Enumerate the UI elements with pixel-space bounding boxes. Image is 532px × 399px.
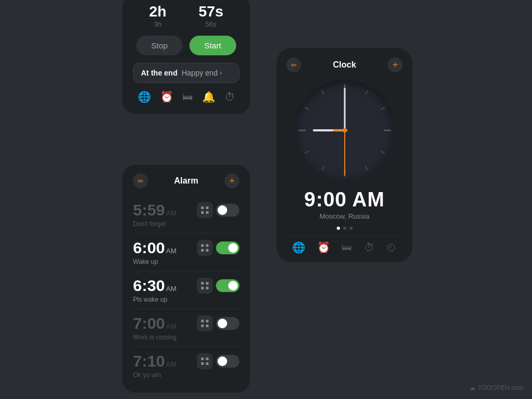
timer-col-hours: 2h 3h	[149, 3, 167, 28]
grid-dot	[201, 244, 204, 247]
alarm-item-row: 6:00 AM	[133, 239, 239, 257]
clock-add-button[interactable]: +	[388, 57, 403, 72]
clock-tick	[364, 165, 369, 171]
alarm-time-number: 7:00	[133, 314, 165, 332]
stop-button[interactable]: Stop	[136, 36, 182, 55]
alarm-time-number: 7:10	[133, 352, 165, 370]
alarm-toggle[interactable]	[216, 317, 239, 330]
timer-buttons-row: Stop Start	[133, 36, 239, 55]
grid-dots	[201, 358, 209, 365]
start-button[interactable]: Start	[189, 36, 236, 55]
grid-dot	[201, 358, 204, 360]
clock-tick	[321, 165, 325, 171]
timer-hours-main: 2h	[149, 3, 167, 20]
clock-header: ✏ Clock +	[286, 57, 403, 72]
grid-dot	[201, 206, 204, 209]
grid-dot	[206, 358, 209, 360]
grid-dot	[206, 320, 209, 322]
toggle-knob	[218, 319, 227, 328]
clock-time-display: 9:00 AM	[286, 188, 403, 211]
alarm-edit-button[interactable]: ✏	[133, 173, 148, 188]
alarm-item-row: 6:30 AM	[133, 277, 239, 295]
clock-tick	[304, 106, 309, 111]
alarm-time-number: 5:59	[133, 201, 165, 219]
alarm-time-display: 7:00 AM	[133, 314, 177, 332]
clock-page-dots	[286, 227, 403, 230]
alarm-title: Alarm	[148, 176, 225, 186]
timer-card: 2h 3h 57s 56s Stop Start At the end Happ…	[122, 0, 250, 114]
alarm-header: ✏ Alarm +	[133, 173, 239, 188]
timer-nav-alarm-icon[interactable]: ⏰	[160, 90, 173, 103]
grid-dots	[201, 244, 209, 252]
grid-dot	[206, 362, 209, 365]
timer-seconds-main: 57s	[198, 3, 223, 20]
happy-end-label: Happy end	[181, 69, 218, 77]
alarm-item-row: 7:10 AM	[133, 352, 239, 370]
timer-nav-globe-icon[interactable]: 🌐	[138, 90, 151, 103]
alarm-label-text: Pls wake up	[133, 296, 239, 303]
alarm-label-text: Ok yo win	[133, 371, 239, 379]
alarm-grid-button[interactable]	[197, 240, 213, 256]
alarm-time-number: 6:30	[133, 277, 165, 295]
grid-dot	[206, 282, 209, 285]
clock-tick	[304, 150, 309, 154]
alarm-time-display: 7:10 AM	[133, 352, 177, 370]
alarm-toggle[interactable]	[216, 355, 239, 368]
clock-card: ✏ Clock + 9:00 AM Moscow, Russia 🌐 ⏰	[277, 48, 412, 262]
clock-center-dot	[343, 128, 347, 132]
alarm-time-display: 6:00 AM	[133, 239, 177, 257]
alarm-grid-button[interactable]	[197, 202, 213, 218]
clock-nav-sleep-icon[interactable]: 🛏	[342, 242, 352, 254]
toggle-knob	[228, 281, 238, 290]
grid-dot	[201, 249, 204, 252]
alarm-add-button[interactable]: +	[225, 173, 239, 188]
alarm-label-text: Wake up	[133, 258, 239, 265]
grid-dot	[201, 325, 204, 327]
alarm-toggle[interactable]	[216, 204, 239, 217]
alarm-ampm: AM	[166, 285, 177, 293]
clock-nav-timer-icon[interactable]: ⏱	[364, 242, 375, 254]
grid-dot	[201, 320, 204, 322]
clock-tick	[364, 90, 369, 95]
watermark-icon: ☁	[469, 384, 476, 392]
grid-dot	[201, 362, 204, 365]
clock-second-hand	[344, 130, 345, 176]
alarm-ampm: AM	[166, 360, 177, 368]
clock-dot-active	[337, 227, 340, 230]
at-the-end-label: At the end	[141, 69, 177, 77]
watermark: ☁ TOOOPEN.com	[469, 384, 523, 392]
alarm-item-row: 7:00 AM	[133, 314, 239, 332]
alarm-item-controls	[197, 315, 239, 331]
watermark-text: TOOOPEN.com	[478, 384, 523, 392]
alarm-grid-button[interactable]	[197, 315, 213, 331]
alarm-ampm: AM	[166, 322, 177, 330]
alarm-toggle[interactable]	[216, 279, 239, 292]
clock-edit-button[interactable]: ✏	[286, 57, 301, 72]
timer-nav-timer-icon[interactable]: 🔔	[202, 90, 215, 103]
grid-dot	[206, 211, 209, 214]
alarm-item-controls	[197, 278, 239, 294]
grid-dot	[206, 249, 209, 252]
alarm-ampm: AM	[166, 209, 177, 217]
toggle-knob	[228, 243, 238, 253]
grid-dots	[201, 282, 209, 289]
toggle-knob	[218, 356, 227, 366]
alarm-item: 6:00 AM Wake up	[133, 234, 239, 271]
clock-nav-globe-icon[interactable]: 🌐	[292, 241, 305, 254]
alarm-item: 6:30 AM Pls wake up	[133, 271, 239, 309]
alarm-toggle[interactable]	[216, 242, 239, 254]
clock-minute-hand	[344, 88, 345, 130]
alarm-label-text: Don't forget	[133, 220, 239, 228]
timer-nav-stopwatch-icon[interactable]: ⏱	[225, 91, 235, 103]
alarm-grid-button[interactable]	[197, 353, 213, 369]
clock-dot	[343, 227, 346, 230]
clock-nav-stopwatch-icon[interactable]: ⏲	[386, 242, 397, 254]
at-the-end-row[interactable]: At the end Happy end ›	[133, 63, 239, 83]
clock-nav-alarm-icon[interactable]: ⏰	[317, 241, 330, 254]
grid-dots	[201, 320, 209, 327]
timer-nav-sleep-icon[interactable]: 🛏	[182, 91, 193, 103]
alarm-grid-button[interactable]	[197, 278, 213, 294]
clock-face	[294, 80, 395, 181]
clock-location-text: Moscow, Russia	[286, 212, 403, 220]
timer-seconds-sub: 56s	[198, 20, 223, 28]
